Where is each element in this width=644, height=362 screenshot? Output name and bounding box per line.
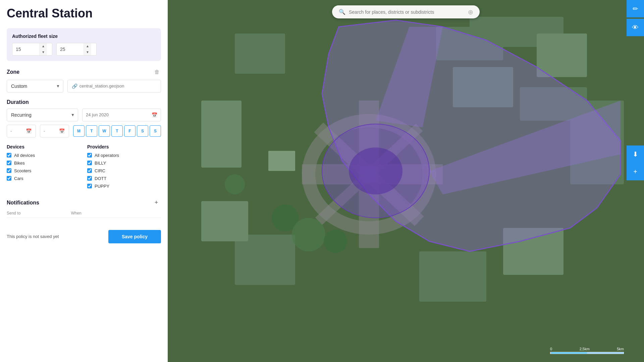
map-zoom-in-button[interactable]: + [627, 163, 644, 180]
providers-label: Providers [87, 144, 161, 149]
provider-circ[interactable]: CIRC [87, 168, 161, 173]
provider-puppy-checkbox[interactable] [87, 184, 92, 188]
zone-controls: Custom Predefined ▼ 🔗 [7, 80, 161, 93]
day-wednesday[interactable]: W [99, 125, 110, 137]
device-all[interactable]: All devices [7, 153, 80, 158]
fleet-size-row: ▲ ▼ ▲ ▼ [12, 43, 156, 56]
notifications-labels: Send to When [7, 211, 161, 216]
map-background [168, 0, 644, 362]
fleet-max-spinners: ▲ ▼ [84, 43, 91, 55]
fleet-max-input[interactable] [57, 44, 84, 55]
provider-puppy-label: PUPPY [95, 184, 109, 189]
device-scooters-checkbox[interactable] [7, 168, 11, 173]
fleet-max-up[interactable]: ▲ [84, 43, 91, 49]
scale-line [550, 352, 624, 354]
day-monday[interactable]: M [73, 125, 85, 137]
duration-type-select-wrap: Recurring Once Always ▼ [7, 109, 78, 121]
days-row: M T W T F S S [73, 125, 161, 137]
fleet-max-down[interactable]: ▼ [84, 49, 91, 55]
start-time-wrap[interactable]: 📅 [7, 125, 36, 137]
zone-title: Zone [7, 69, 19, 75]
day-saturday[interactable]: S [137, 125, 148, 137]
provider-dott-checkbox[interactable] [87, 176, 92, 181]
notifications-section: Notifications + Send to When [7, 198, 161, 218]
duration-type-select[interactable]: Recurring Once Always [7, 109, 78, 121]
fleet-min-down[interactable]: ▼ [40, 49, 47, 55]
map-locate-button[interactable]: ◎ [468, 9, 473, 15]
provider-all-checkbox[interactable] [87, 153, 92, 158]
zone-delete-button[interactable]: 🗑 [153, 68, 161, 76]
device-bikes-checkbox[interactable] [7, 161, 11, 165]
fleet-min-input[interactable] [12, 44, 39, 55]
left-panel: Central Station Authorized fleet size ▲ … [0, 0, 168, 362]
device-cars-label: Cars [14, 176, 23, 181]
map-search-input[interactable] [349, 9, 465, 15]
duration-row1: Recurring Once Always ▼ 📅 [7, 109, 161, 121]
calendar-icon[interactable]: 📅 [152, 112, 157, 118]
device-scooters[interactable]: Scooters [7, 168, 80, 173]
add-notification-button[interactable]: + [152, 198, 161, 207]
device-bikes-label: Bikes [14, 161, 25, 166]
scale-label-mid: 2,5km [580, 347, 590, 351]
day-friday[interactable]: F [124, 125, 136, 137]
geojson-input[interactable] [79, 83, 157, 88]
provider-puppy[interactable]: PUPPY [87, 184, 161, 189]
day-tuesday[interactable]: T [86, 125, 97, 137]
duration-title: Duration [7, 99, 161, 105]
device-all-checkbox[interactable] [7, 153, 11, 158]
not-saved-text: This policy is not saved yet [7, 234, 59, 239]
save-policy-button[interactable]: Save policy [108, 230, 161, 243]
map-search-icon: 🔍 [339, 9, 345, 15]
map-controls: ✏ 👁 ⬇ + − [627, 0, 644, 36]
map-download-button[interactable]: ⬇ [627, 145, 644, 163]
provider-billy-label: BILLY [95, 161, 106, 166]
provider-circ-checkbox[interactable] [87, 168, 92, 173]
day-thursday[interactable]: T [111, 125, 123, 137]
provider-dott-label: DOTT [95, 176, 106, 181]
send-to-label: Send to [7, 211, 20, 216]
devices-label: Devices [7, 144, 80, 149]
end-time-input[interactable] [44, 128, 57, 133]
scale-labels: 0 2,5km 5km [550, 347, 624, 351]
start-date-input[interactable] [86, 112, 150, 117]
page-title: Central Station [7, 7, 161, 20]
scale-label-0: 0 [550, 347, 552, 351]
day-sunday[interactable]: S [150, 125, 161, 137]
scale-label-max: 5km [617, 347, 624, 351]
fleet-min-spinners: ▲ ▼ [39, 43, 47, 55]
notifications-header: Notifications + [7, 198, 161, 207]
provider-all-label: All operators [95, 153, 119, 158]
map-eye-button[interactable]: 👁 [627, 19, 644, 36]
map-search-bar[interactable]: 🔍 ◎ [332, 5, 480, 18]
devices-col: Devices All devices Bikes Scooters Cars [7, 144, 80, 191]
device-bikes[interactable]: Bikes [7, 161, 80, 166]
start-date-wrap[interactable]: 📅 [82, 109, 161, 121]
when-label: When [71, 211, 81, 216]
device-all-label: All devices [14, 153, 35, 158]
device-cars[interactable]: Cars [7, 176, 80, 181]
provider-billy[interactable]: BILLY [87, 161, 161, 166]
duration-row2: 📅 📅 M T W T F S S [7, 125, 161, 137]
start-time-calendar-icon[interactable]: 📅 [26, 128, 32, 134]
fleet-min-up[interactable]: ▲ [40, 43, 47, 49]
zone-type-select-wrap: Custom Predefined ▼ [7, 80, 63, 93]
notifications-divider [7, 218, 161, 218]
zone-type-select[interactable]: Custom Predefined [7, 80, 63, 93]
map-area[interactable]: 🔍 ◎ ✏ 👁 ⬇ + − 0 2,5km 5km [168, 0, 644, 362]
device-scooters-label: Scooters [14, 168, 31, 173]
map-edit-button[interactable]: ✏ [627, 0, 644, 17]
fleet-max-wrap: ▲ ▼ [56, 43, 97, 56]
start-time-input[interactable] [10, 128, 24, 133]
zone-header: Zone 🗑 [7, 68, 161, 76]
provider-billy-checkbox[interactable] [87, 161, 92, 165]
end-time-calendar-icon[interactable]: 📅 [59, 128, 65, 134]
fleet-min-wrap: ▲ ▼ [12, 43, 52, 56]
duration-section: Duration Recurring Once Always ▼ 📅 📅 [7, 99, 161, 137]
geojson-input-wrap[interactable]: 🔗 [67, 80, 161, 93]
provider-dott[interactable]: DOTT [87, 176, 161, 181]
zone-section: Zone 🗑 Custom Predefined ▼ 🔗 [7, 68, 161, 93]
provider-all[interactable]: All operators [87, 153, 161, 158]
end-time-wrap[interactable]: 📅 [40, 125, 69, 137]
device-cars-checkbox[interactable] [7, 176, 11, 181]
scale-bar: 0 2,5km 5km [550, 347, 624, 354]
